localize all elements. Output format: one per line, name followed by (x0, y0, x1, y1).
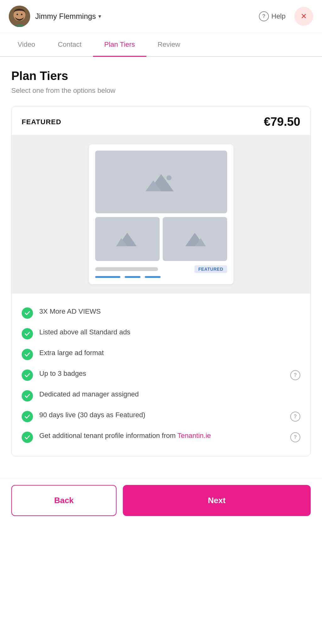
check-icon-2 (22, 328, 33, 339)
svg-point-7 (166, 175, 172, 180)
plan-card-header: FEATURED €79.50 (12, 106, 310, 135)
check-icon-4 (22, 370, 33, 381)
svg-point-4 (21, 14, 23, 15)
next-button[interactable]: Next (123, 485, 311, 516)
tab-video-label: Video (18, 40, 35, 48)
list-item: Extra large ad format (22, 344, 300, 365)
tab-plan-tiers[interactable]: Plan Tiers (93, 33, 146, 56)
user-name-area: Jimmy Flemmings ▾ (35, 12, 259, 21)
chevron-down-icon[interactable]: ▾ (98, 13, 101, 20)
page-title: Plan Tiers (11, 69, 311, 83)
feature-text-1: 3X More AD VIEWS (39, 307, 300, 317)
feature-text-3: Extra large ad format (39, 348, 300, 358)
image-row (95, 217, 227, 261)
large-image-placeholder (95, 151, 227, 213)
info-icon-6[interactable]: ? (290, 412, 300, 422)
tab-video[interactable]: Video (6, 33, 46, 56)
help-label: Help (271, 12, 286, 20)
plan-badge: FEATURED (22, 118, 61, 126)
close-icon: ✕ (301, 12, 307, 21)
meta-bar (95, 267, 158, 271)
tab-contact-label: Contact (58, 40, 82, 48)
avatar (9, 6, 30, 27)
header: Jimmy Flemmings ▾ ? Help ✕ (0, 0, 322, 33)
list-item: Up to 3 badges ? (22, 365, 300, 385)
card-meta: FEATURED (95, 265, 227, 273)
feature-text-4: Up to 3 badges (39, 369, 284, 379)
help-circle-icon: ? (259, 11, 269, 21)
list-item: Dedicated ad manager assigned (22, 385, 300, 406)
bottom-bar: Back Next (0, 478, 322, 522)
list-item: 3X More AD VIEWS (22, 302, 300, 323)
feature-text-2: Listed above all Standard ads (39, 327, 300, 337)
preview-card: FEATURED (89, 144, 233, 284)
info-icon-7[interactable]: ? (290, 432, 300, 442)
tab-plan-tiers-label: Plan Tiers (104, 40, 135, 48)
list-item: Listed above all Standard ads (22, 323, 300, 344)
user-name: Jimmy Flemmings (35, 12, 96, 21)
check-icon-5 (22, 390, 33, 402)
feature-text-6: 90 days live (30 days as Featured) (39, 410, 284, 420)
features-list: 3X More AD VIEWS Listed above all Standa… (12, 294, 310, 456)
small-image-right (163, 217, 227, 261)
header-right: ? Help ✕ (259, 7, 313, 26)
tenantin-link[interactable]: Tenantin.ie (177, 432, 211, 439)
check-icon-6 (22, 411, 33, 422)
dot-line-3 (145, 276, 161, 278)
check-icon-3 (22, 349, 33, 360)
check-icon-1 (22, 307, 33, 319)
plan-card[interactable]: FEATURED €79.50 (11, 106, 311, 456)
tab-contact[interactable]: Contact (46, 33, 93, 56)
page-subtitle: Select one from the options below (11, 87, 311, 95)
svg-point-3 (17, 14, 18, 15)
main-content: Plan Tiers Select one from the options b… (0, 57, 322, 478)
check-icon-7 (22, 432, 33, 443)
dot-line-2 (125, 276, 140, 278)
back-button[interactable]: Back (11, 485, 117, 516)
featured-preview-tag: FEATURED (194, 265, 227, 273)
tab-review-label: Review (158, 40, 180, 48)
plan-price: €79.50 (264, 115, 300, 129)
close-button[interactable]: ✕ (294, 7, 313, 26)
list-item: Get additional tenant profile informatio… (22, 427, 300, 447)
tab-navigation: Video Contact Plan Tiers Review (0, 33, 322, 57)
dot-line-1 (95, 276, 120, 278)
tab-review[interactable]: Review (146, 33, 192, 56)
info-icon-4[interactable]: ? (290, 370, 300, 380)
plan-preview-area: FEATURED (12, 135, 310, 294)
small-image-left (95, 217, 160, 261)
feature-text-7: Get additional tenant profile informatio… (39, 431, 284, 441)
dots-row (95, 276, 227, 278)
feature-text-5: Dedicated ad manager assigned (39, 390, 300, 399)
help-area[interactable]: ? Help (259, 11, 286, 21)
list-item: 90 days live (30 days as Featured) ? (22, 406, 300, 427)
